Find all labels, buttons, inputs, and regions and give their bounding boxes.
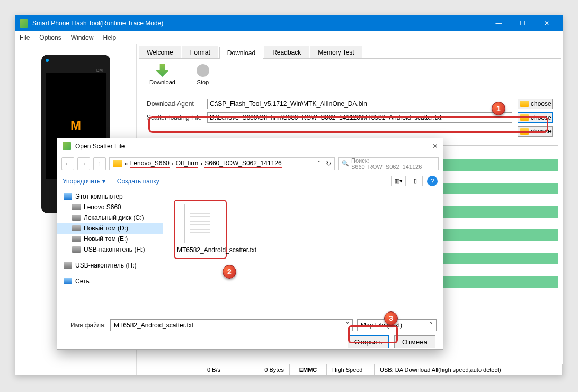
dialog-icon bbox=[63, 142, 71, 150]
dialog-titlebar: Open Scatter File × bbox=[57, 138, 443, 154]
nav-up-button[interactable]: ↑ bbox=[93, 157, 106, 170]
status-mode: High Speed bbox=[327, 364, 375, 375]
tree-usb1[interactable]: USB-накопитель (H:) bbox=[57, 244, 163, 255]
menubar: File Options Window Help bbox=[15, 31, 563, 44]
preview-button[interactable]: ▯ bbox=[408, 176, 423, 186]
scatter-label: Scatter-loading File bbox=[147, 114, 207, 121]
window-title: Smart Phone Flash Tool(Runtime Trace Mod… bbox=[32, 20, 487, 27]
menu-window[interactable]: Window bbox=[71, 34, 94, 41]
textfile-icon bbox=[184, 204, 216, 243]
download-icon bbox=[156, 64, 168, 77]
dialog-navbar: ← → ↑ « Lenovo_S660 › Off_firm › S660_RO… bbox=[57, 154, 443, 173]
tree-network[interactable]: Сеть bbox=[57, 276, 163, 287]
drive-icon bbox=[72, 215, 81, 221]
auth-choose-button[interactable]: choose bbox=[518, 126, 553, 137]
titlebar: Smart Phone Flash Tool(Runtime Trace Mod… bbox=[15, 15, 563, 31]
tab-memtest[interactable]: Memory Test bbox=[310, 46, 362, 58]
crumb-c[interactable]: S660_ROW_S062_141126 bbox=[204, 159, 281, 168]
status-size: 0 Bytes bbox=[226, 364, 290, 375]
usb-icon bbox=[64, 262, 72, 269]
download-button[interactable]: Download bbox=[149, 64, 175, 85]
tab-format[interactable]: Format bbox=[182, 46, 218, 58]
status-speed: 0 B/s bbox=[136, 364, 226, 375]
da-label: Download-Agent bbox=[147, 100, 207, 108]
tree-computer[interactable]: Этот компьютер bbox=[57, 191, 163, 202]
folder-icon bbox=[520, 101, 529, 107]
tree-edrive[interactable]: Новый том (E:) bbox=[57, 234, 163, 244]
open-button[interactable]: Открыть bbox=[348, 335, 389, 348]
app-icon bbox=[20, 19, 28, 28]
folder-icon bbox=[113, 160, 122, 167]
tree-usb2[interactable]: USB-накопитель (H:) bbox=[57, 260, 163, 271]
menu-file[interactable]: File bbox=[20, 34, 30, 41]
tab-download[interactable]: Download bbox=[219, 47, 263, 59]
status-chip: EMMC bbox=[290, 364, 327, 375]
dialog-close-button[interactable]: × bbox=[433, 141, 438, 151]
organize-button[interactable]: Упорядочить ▾ bbox=[63, 177, 105, 185]
close-button[interactable]: ✕ bbox=[535, 15, 558, 31]
folder-icon bbox=[520, 114, 529, 121]
stop-button[interactable]: Stop bbox=[197, 64, 209, 85]
nav-back-button[interactable]: ← bbox=[61, 157, 74, 170]
menu-help[interactable]: Help bbox=[103, 34, 116, 41]
filename-combo[interactable]: MT6582_Android_scatter.txt˅ bbox=[110, 319, 353, 331]
view-button[interactable]: ▥▾ bbox=[391, 176, 406, 186]
badge-1: 1 bbox=[492, 102, 505, 115]
maximize-button[interactable]: ☐ bbox=[511, 15, 535, 31]
crumb-a[interactable]: Lenovo_S660 bbox=[130, 159, 170, 168]
newfolder-button[interactable]: Создать папку bbox=[117, 177, 159, 185]
minimize-button[interactable]: — bbox=[487, 15, 511, 31]
tree-cdrive[interactable]: Локальный диск (C:) bbox=[57, 212, 163, 223]
status-usb: USB: DA Download All(high speed,auto det… bbox=[375, 364, 563, 375]
breadcrumb[interactable]: « Lenovo_S660 › Off_firm › S660_ROW_S062… bbox=[109, 157, 335, 170]
nav-fwd-button[interactable]: → bbox=[77, 157, 90, 170]
scatter-choose-button[interactable]: choose bbox=[518, 112, 553, 123]
tree-lenovo[interactable]: Lenovo S660 bbox=[57, 202, 163, 212]
cancel-button[interactable]: Отмена bbox=[394, 335, 435, 348]
da-choose-button[interactable]: choose bbox=[518, 99, 553, 109]
filename-label: Имя файла: bbox=[64, 322, 106, 329]
file-area: MT6582_Android_scatter.txt bbox=[163, 189, 443, 315]
crumb-b[interactable]: Off_firm bbox=[176, 159, 198, 168]
folder-tree: Этот компьютер Lenovo S660 Локальный дис… bbox=[57, 189, 163, 315]
help-button[interactable]: ? bbox=[427, 176, 438, 186]
computer-icon bbox=[64, 193, 72, 200]
tab-welcome[interactable]: Welcome bbox=[139, 46, 181, 58]
usb-icon bbox=[72, 246, 81, 253]
statusbar: 0 B/s 0 Bytes EMMC High Speed USB: DA Do… bbox=[136, 364, 563, 375]
drive-icon bbox=[72, 225, 81, 231]
tabs: Welcome Format Download Readback Memory … bbox=[139, 46, 561, 59]
da-input[interactable] bbox=[207, 99, 512, 109]
device-icon bbox=[72, 204, 81, 210]
dialog-toolbar: Упорядочить ▾ Создать папку ▥▾ ▯ ? bbox=[57, 173, 443, 189]
dialog-search[interactable]: 🔍 Поиск: S660_ROW_S062_141126 bbox=[338, 157, 439, 170]
stop-icon bbox=[197, 64, 209, 77]
scatter-file-tile[interactable]: MT6582_Android_scatter.txt bbox=[174, 200, 227, 259]
scatter-input[interactable] bbox=[207, 112, 512, 123]
tree-ddrive[interactable]: Новый том (D:) bbox=[57, 223, 163, 234]
menu-options[interactable]: Options bbox=[39, 34, 61, 41]
dialog-title: Open Scatter File bbox=[75, 142, 125, 150]
tab-readback[interactable]: Readback bbox=[264, 46, 309, 58]
phone-logo: M bbox=[70, 118, 81, 133]
drive-icon bbox=[72, 236, 81, 242]
badge-2: 2 bbox=[223, 265, 236, 279]
badge-3: 3 bbox=[384, 311, 398, 325]
toolbar: Download Stop bbox=[139, 59, 561, 91]
network-icon bbox=[64, 278, 72, 284]
folder-icon bbox=[520, 128, 529, 135]
